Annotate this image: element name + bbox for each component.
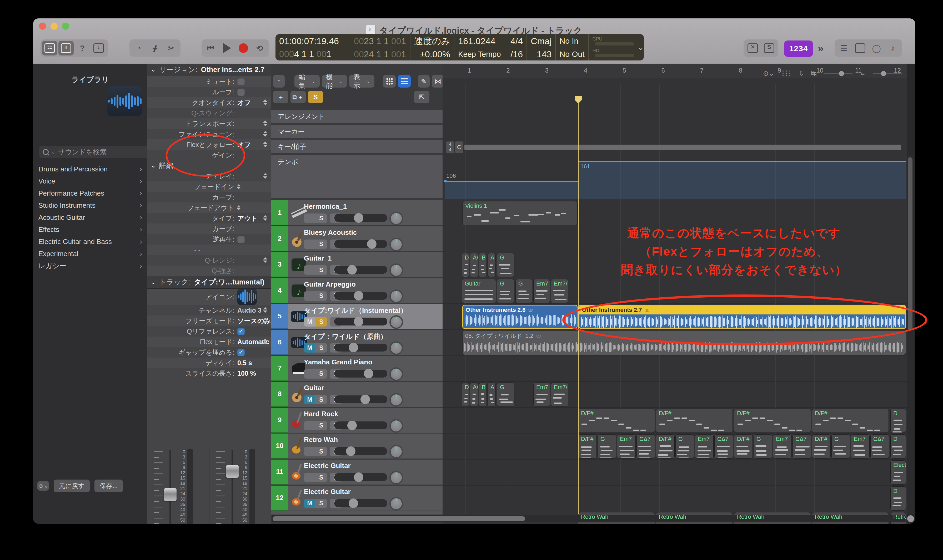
- track-name[interactable]: Retro Wah: [304, 435, 338, 444]
- lcd-time-position[interactable]: 01:00:07:19.46 0004 1 1 001: [275, 34, 350, 60]
- region-options-icon[interactable]: ⊙⌄: [763, 69, 775, 78]
- toolbar-overflow-chevrons[interactable]: »: [818, 43, 824, 54]
- solo-button[interactable]: S: [315, 369, 327, 378]
- region-D/F#[interactable]: D/F#: [578, 434, 597, 458]
- functions-menu[interactable]: 機能⌄: [322, 75, 347, 88]
- volume-slider-thumb[interactable]: [367, 239, 377, 249]
- region-inspector-row-18[interactable]: Q-強さ:: [147, 266, 271, 276]
- patch-options-button[interactable]: ☺⌄: [37, 481, 49, 491]
- volume-slider[interactable]: [334, 344, 387, 352]
- mute-button[interactable]: [304, 447, 315, 456]
- glue-tool-icon[interactable]: ✎: [418, 75, 430, 88]
- arrange-lane-6[interactable]: [443, 356, 907, 382]
- track-name[interactable]: Hermonica_1: [304, 202, 347, 211]
- checkbox-checked[interactable]: ✓: [237, 349, 245, 356]
- key-cell[interactable]: C: [455, 142, 463, 153]
- region-A[interactable]: A: [488, 383, 496, 407]
- view-menu[interactable]: 表示⌄: [349, 75, 374, 88]
- cycle-button[interactable]: ⟲: [252, 41, 267, 55]
- library-item-acoustic-guitar[interactable]: Acoustic Guitar›: [33, 211, 147, 223]
- pan-knob[interactable]: [391, 343, 402, 354]
- mute-solo-buttons[interactable]: S: [304, 265, 327, 275]
- lcd-key[interactable]: Cmaj 143: [527, 34, 556, 60]
- stepper-control[interactable]: [237, 184, 241, 189]
- track-inspector-row-1[interactable]: チャンネル:Audio 3: [147, 305, 271, 315]
- crossfade-tool-icon[interactable]: ⋈: [432, 75, 444, 88]
- region-Guitar[interactable]: Guitar: [462, 279, 496, 303]
- list-editors-button[interactable]: ☰: [836, 41, 852, 55]
- fader-handle[interactable]: [164, 488, 176, 501]
- horizontal-scrollbar-thumb[interactable]: [273, 516, 525, 521]
- mute-solo-buttons[interactable]: S: [304, 421, 327, 431]
- note-pads-button[interactable]: ≡: [852, 41, 868, 55]
- stepper-control[interactable]: [263, 318, 267, 323]
- library-item--[interactable]: レガシー›: [33, 260, 147, 272]
- region-Em7[interactable]: Em7: [617, 434, 636, 458]
- checkbox-unchecked[interactable]: [237, 78, 245, 85]
- library-item-drums-and-percussion[interactable]: Drums and Percussion›: [33, 163, 147, 175]
- region-G[interactable]: G: [597, 434, 616, 458]
- mute-button[interactable]: [304, 214, 315, 223]
- stepper-control[interactable]: [263, 120, 267, 126]
- track-name[interactable]: タイプ:ワイルド（Instumental）: [304, 306, 407, 315]
- catch-playhead-button[interactable]: ↑: [273, 75, 285, 88]
- stepper-control[interactable]: [237, 205, 241, 210]
- region-inspector-row-1[interactable]: ループ:: [147, 87, 271, 97]
- mute-solo-buttons[interactable]: S: [304, 447, 327, 456]
- volume-slider[interactable]: [334, 370, 387, 377]
- track-header-7[interactable]: 7Yamaha Grand PianoSR: [271, 356, 443, 382]
- library-item-voice[interactable]: Voice›: [33, 175, 147, 187]
- library-item-studio-instruments[interactable]: Studio Instruments›: [33, 199, 147, 211]
- arrange-area[interactable]: ⊙⌄ ᎒᎒᎒ ⇳ ↹ ⇔ 123456789101112 44C106161 V…: [443, 64, 907, 524]
- region-D[interactable]: D: [891, 434, 906, 458]
- volume-slider-thumb[interactable]: [354, 472, 363, 482]
- track-header-13-partial[interactable]: [271, 511, 443, 515]
- checkbox-checked[interactable]: ✓: [237, 328, 245, 335]
- track-icon-tile[interactable]: [237, 289, 257, 305]
- lcd-tempo[interactable]: 161.0244 Keep Tempo: [454, 34, 505, 60]
- mute-button[interactable]: M: [304, 343, 315, 352]
- track-header-12[interactable]: 12Electric GuitarMSR: [271, 486, 443, 511]
- mute-button[interactable]: M: [304, 317, 315, 326]
- horizontal-zoom-icon[interactable]: ↹: [811, 69, 817, 78]
- track-header-8[interactable]: 8GuitarMSR: [271, 382, 443, 407]
- track-inspector-row-5[interactable]: ギャップを埋める:✓: [147, 347, 271, 358]
- signature-cell[interactable]: 44: [446, 142, 454, 153]
- mute-button[interactable]: [304, 265, 315, 275]
- region-D/F#[interactable]: D/F#: [734, 434, 753, 458]
- mute-button[interactable]: M: [304, 395, 315, 405]
- library-item-experimental[interactable]: Experimental›: [33, 248, 147, 260]
- lcd-display[interactable]: 01:00:07:19.46 0004 1 1 001 0023 1 1 001…: [275, 34, 644, 60]
- cancel-button[interactable]: ✕: [745, 41, 760, 55]
- volume-slider[interactable]: [334, 292, 387, 300]
- solo-button[interactable]: S: [315, 214, 327, 223]
- solo-button[interactable]: S: [315, 317, 327, 326]
- region-G[interactable]: G: [832, 434, 850, 458]
- arrange-lane-10[interactable]: [443, 460, 907, 486]
- pan-knob[interactable]: [391, 369, 402, 380]
- solo-button[interactable]: S: [315, 421, 327, 431]
- pan-knob[interactable]: [391, 213, 402, 224]
- pan-knob[interactable]: [391, 498, 402, 509]
- track-name[interactable]: Guitar_1: [304, 254, 332, 262]
- quick-help-button[interactable]: ?: [75, 41, 90, 55]
- solo-mode-button[interactable]: S: [761, 41, 777, 55]
- pan-knob[interactable]: [391, 420, 402, 431]
- track-header-10[interactable]: 10Retro WahSR: [271, 434, 443, 459]
- region-Em7[interactable]: Em7: [851, 434, 870, 458]
- mute-solo-buttons[interactable]: S: [304, 214, 327, 223]
- pan-knob[interactable]: [391, 446, 402, 457]
- volume-slider-thumb[interactable]: [347, 265, 357, 274]
- track-name[interactable]: Bluesy Acoustic: [304, 228, 357, 237]
- track-name[interactable]: Guitar: [304, 384, 324, 392]
- track-header-11[interactable]: 11Electric GuitarSR: [271, 460, 443, 485]
- playhead[interactable]: [578, 96, 579, 514]
- library-toggle-button[interactable]: ☷: [42, 41, 57, 55]
- region-inspector-row-10[interactable]: フェードイン: [147, 182, 271, 192]
- track-name[interactable]: Electric Guitar: [304, 488, 351, 496]
- region-D/F#[interactable]: D/F#: [656, 434, 674, 458]
- track-inspector-row-7[interactable]: スライスの長さ:100 %: [147, 368, 271, 378]
- region-inspector-row-11[interactable]: カーブ:: [147, 192, 271, 202]
- region-G[interactable]: G: [675, 434, 694, 458]
- volume-slider[interactable]: [334, 214, 387, 222]
